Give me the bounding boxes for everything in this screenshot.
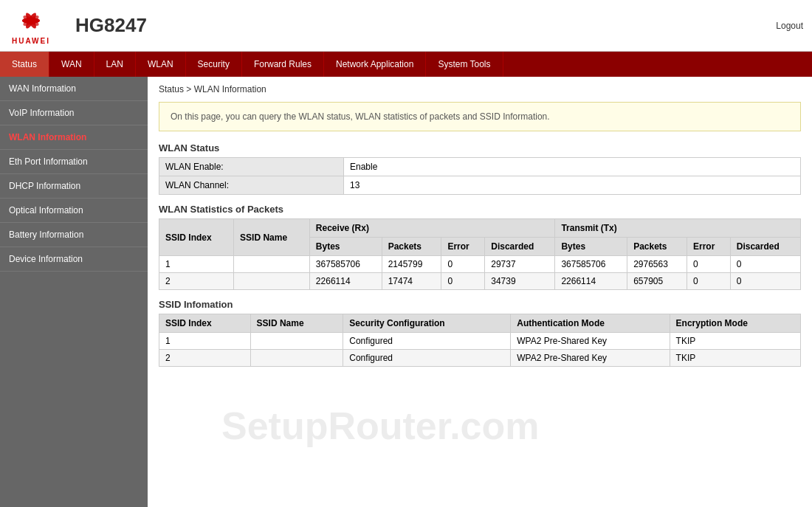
- cell-ssid-name2: [250, 350, 343, 367]
- nav-network-application[interactable]: Network Application: [324, 52, 426, 77]
- nav-system-tools[interactable]: System Tools: [426, 52, 503, 77]
- nav-wan[interactable]: WAN: [49, 52, 94, 77]
- logout-button[interactable]: Logout: [776, 21, 803, 31]
- col-transmit: Transmit (Tx): [555, 219, 801, 238]
- col-tx-bytes: Bytes: [555, 238, 627, 256]
- col-rx-packets: Packets: [382, 238, 441, 256]
- breadcrumb: Status > WLAN Information: [159, 84, 801, 94]
- wlan-stats-table: SSID Index SSID Name Receive (Rx) Transm…: [159, 218, 801, 290]
- cell-rx-discarded: 34739: [485, 273, 555, 290]
- cell-tx-bytes: 2266114: [555, 273, 627, 290]
- wlan-channel-label: WLAN Channel:: [159, 176, 344, 195]
- cell-ssid-index: 1: [159, 256, 234, 273]
- table-row: WLAN Enable: Enable: [159, 158, 801, 176]
- cell-tx-packets: 657905: [627, 273, 687, 290]
- col-rx-error: Error: [441, 238, 485, 256]
- cell-tx-discarded: 0: [730, 273, 800, 290]
- cell-rx-packets: 17474: [382, 273, 441, 290]
- cell-ssid-index2: 2: [159, 350, 251, 367]
- cell-rx-error: 0: [441, 256, 485, 273]
- cell-enc-mode: TKIP: [670, 333, 800, 350]
- col-ssid-index: SSID Index: [159, 219, 234, 256]
- cell-rx-packets: 2145799: [382, 256, 441, 273]
- col-tx-error: Error: [687, 238, 730, 256]
- cell-enc-mode: TKIP: [670, 350, 800, 367]
- cell-auth-mode: WPA2 Pre-Shared Key: [511, 333, 670, 350]
- ssid-info-table: SSID Index SSID Name Security Configurat…: [159, 314, 801, 367]
- sidebar-item-wan-information[interactable]: WAN Information: [0, 77, 148, 101]
- wlan-stats-title: WLAN Statistics of Packets: [159, 204, 801, 215]
- cell-ssid-name: [234, 256, 310, 273]
- wlan-enable-label: WLAN Enable:: [159, 158, 344, 176]
- cell-tx-packets: 2976563: [627, 256, 687, 273]
- col-ssid-index2: SSID Index: [159, 314, 251, 333]
- nav-forward-rules[interactable]: Forward Rules: [242, 52, 324, 77]
- cell-tx-error: 0: [687, 256, 730, 273]
- col-security-config: Security Configuration: [343, 314, 511, 333]
- nav-security[interactable]: Security: [186, 52, 242, 77]
- sidebar-item-dhcp-information[interactable]: DHCP Information: [0, 174, 148, 199]
- col-enc-mode: Encryption Mode: [670, 314, 800, 333]
- cell-ssid-index2: 1: [159, 333, 251, 350]
- col-ssid-name: SSID Name: [234, 219, 310, 256]
- huawei-logo: [9, 6, 53, 35]
- cell-rx-error: 0: [441, 273, 485, 290]
- col-auth-mode: Authentication Mode: [511, 314, 670, 333]
- sidebar-item-wlan-information[interactable]: WLAN Information: [0, 125, 148, 150]
- col-rx-bytes: Bytes: [309, 238, 382, 256]
- wlan-enable-value: Enable: [344, 158, 801, 176]
- table-row: 1 Configured WPA2 Pre-Shared Key TKIP: [159, 333, 801, 350]
- sidebar-item-optical-information[interactable]: Optical Information: [0, 199, 148, 223]
- sidebar: WAN Information VoIP Information WLAN In…: [0, 77, 148, 507]
- sidebar-item-voip-information[interactable]: VoIP Information: [0, 101, 148, 125]
- col-receive: Receive (Rx): [309, 219, 555, 238]
- cell-ssid-name: [234, 273, 310, 290]
- model-title: HG8247: [75, 14, 147, 37]
- col-tx-packets: Packets: [627, 238, 687, 256]
- cell-tx-bytes: 367585706: [555, 256, 627, 273]
- cell-rx-bytes: 367585706: [309, 256, 382, 273]
- sidebar-item-device-information[interactable]: Device Information: [0, 247, 148, 272]
- cell-ssid-name2: [250, 333, 343, 350]
- brand-name: HUAWEI: [12, 37, 50, 45]
- sidebar-item-eth-port-information[interactable]: Eth Port Information: [0, 150, 148, 174]
- sidebar-item-battery-information[interactable]: Battery Information: [0, 223, 148, 247]
- col-rx-discarded: Discarded: [485, 238, 555, 256]
- wlan-status-title: WLAN Status: [159, 142, 801, 154]
- wlan-status-table: WLAN Enable: Enable WLAN Channel: 13: [159, 157, 801, 195]
- ssid-info-title: SSID Infomation: [159, 299, 801, 310]
- col-tx-discarded: Discarded: [730, 238, 800, 256]
- nav-status[interactable]: Status: [0, 52, 49, 77]
- col-ssid-name2: SSID Name: [250, 314, 343, 333]
- wlan-channel-value: 13: [344, 176, 801, 195]
- cell-rx-discarded: 29737: [485, 256, 555, 273]
- cell-security-config: Configured: [343, 350, 511, 367]
- nav-lan[interactable]: LAN: [94, 52, 136, 77]
- navbar: Status WAN LAN WLAN Security Forward Rul…: [0, 52, 812, 77]
- cell-tx-discarded: 0: [730, 256, 800, 273]
- info-box: On this page, you can query the WLAN sta…: [159, 102, 801, 131]
- cell-ssid-index: 2: [159, 273, 234, 290]
- cell-tx-error: 0: [687, 273, 730, 290]
- nav-wlan[interactable]: WLAN: [136, 52, 186, 77]
- table-row: 1 367585706 2145799 0 29737 367585706 29…: [159, 256, 801, 273]
- cell-auth-mode: WPA2 Pre-Shared Key: [511, 350, 670, 367]
- table-row: 2 2266114 17474 0 34739 2266114 657905 0…: [159, 273, 801, 290]
- cell-security-config: Configured: [343, 333, 511, 350]
- main-content: Status > WLAN Information On this page, …: [148, 77, 812, 507]
- table-row: WLAN Channel: 13: [159, 176, 801, 195]
- cell-rx-bytes: 2266114: [309, 273, 382, 290]
- table-row: 2 Configured WPA2 Pre-Shared Key TKIP: [159, 350, 801, 367]
